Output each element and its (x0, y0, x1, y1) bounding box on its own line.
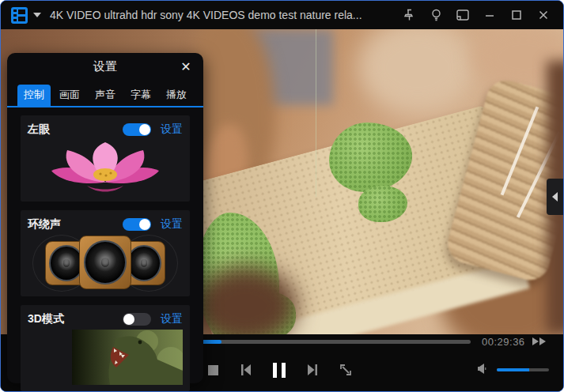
left-eye-toggle[interactable] (123, 123, 151, 136)
pause-button[interactable] (265, 356, 293, 384)
next-button[interactable] (298, 356, 327, 384)
settings-panel-title: 设置 (93, 59, 117, 74)
screenshot: 4K VIDEO ultrahd hdr sony 4K VIDEOS demo… (0, 0, 564, 392)
dinosaur-image (28, 330, 183, 385)
setting-label: 环绕声 (28, 217, 61, 232)
volume-slider-fill (497, 368, 529, 371)
left-eye-settings-link[interactable]: 设置 (161, 122, 183, 137)
window-title: 4K VIDEO ultrahd hdr sony 4K VIDEOS demo… (47, 9, 362, 21)
3d-mode-settings-link[interactable]: 设置 (161, 312, 183, 326)
surround-settings-link[interactable]: 设置 (161, 217, 183, 232)
pin-icon[interactable] (400, 6, 418, 24)
tab-playback[interactable]: 播放 (160, 85, 193, 106)
elapsed-time: 00:29:36 (482, 336, 525, 348)
settings-tabs: 控制 画面 声音 字幕 播放 (7, 85, 203, 107)
lightbulb-icon[interactable] (427, 6, 445, 24)
close-icon[interactable]: ✕ (176, 57, 195, 76)
maximize-icon[interactable] (508, 6, 525, 24)
setting-card-3d-mode: 3D模式 设置 (21, 305, 190, 391)
setting-card-surround: 环绕声 设置 (21, 210, 190, 296)
titlebar[interactable]: 4K VIDEO ultrahd hdr sony 4K VIDEOS demo… (1, 1, 563, 29)
video-seam-line (316, 29, 316, 197)
dropdown-caret-icon[interactable] (33, 13, 41, 17)
previous-button[interactable] (232, 356, 260, 384)
volume-icon[interactable] (476, 363, 489, 378)
tab-picture[interactable]: 画面 (53, 85, 86, 106)
3d-mode-toggle[interactable] (123, 313, 151, 326)
fullscreen-button[interactable] (331, 356, 360, 384)
close-icon[interactable] (535, 6, 552, 24)
setting-label: 3D模式 (28, 312, 64, 326)
tab-control[interactable]: 控制 (17, 85, 51, 106)
volume-slider[interactable] (497, 368, 549, 371)
player-window: 4K VIDEO ultrahd hdr sony 4K VIDEOS demo… (0, 0, 564, 392)
surround-toggle[interactable] (123, 218, 151, 231)
film-strip-icon[interactable] (11, 7, 28, 24)
settings-panel: 设置 ✕ 控制 画面 声音 字幕 播放 左眼 设置 (7, 53, 203, 383)
minimize-icon[interactable] (481, 6, 498, 24)
speakers-image (28, 235, 183, 290)
chevron-left-icon (552, 192, 558, 202)
mini-window-icon[interactable] (454, 6, 471, 24)
tab-sound[interactable]: 声音 (89, 85, 122, 106)
fast-forward-icon[interactable] (532, 337, 547, 346)
playlist-flyout-handle[interactable] (547, 179, 563, 215)
setting-card-left-eye: 左眼 设置 (21, 115, 190, 202)
tab-subtitle[interactable]: 字幕 (124, 85, 157, 106)
video-bg-shape (358, 29, 477, 115)
lotus-flower-image (28, 140, 183, 195)
setting-label: 左眼 (28, 122, 50, 137)
